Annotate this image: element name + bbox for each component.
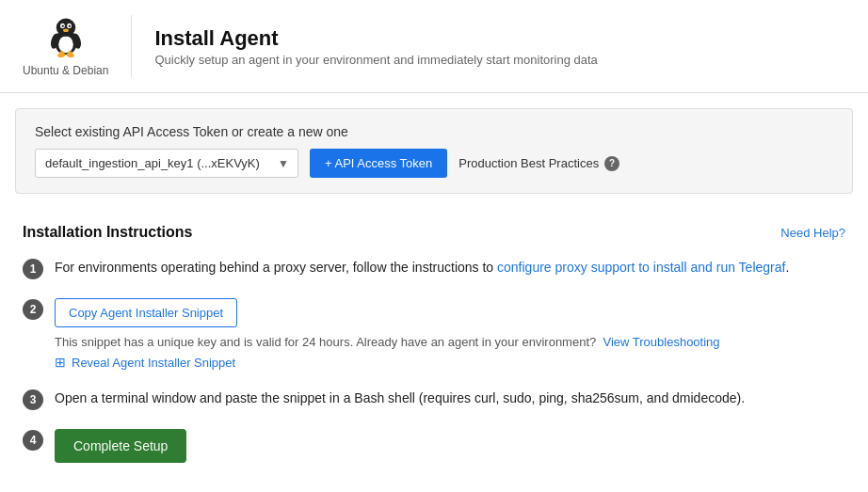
complete-setup-button[interactable]: Complete Setup bbox=[55, 429, 186, 463]
proxy-support-link[interactable]: configure proxy support to install and r… bbox=[497, 260, 785, 275]
instructions-section: Installation Instructions Need Help? 1 F… bbox=[0, 209, 868, 492]
token-label: Select existing API Access Token or crea… bbox=[35, 124, 833, 139]
tux-icon bbox=[43, 15, 88, 60]
step-1: 1 For environments operating behind a pr… bbox=[23, 258, 845, 279]
production-link-label: Production Best Practices bbox=[458, 156, 599, 170]
view-troubleshooting-link[interactable]: View Troubleshooting bbox=[603, 335, 719, 349]
step-3-text: Open a terminal window and paste the sni… bbox=[55, 389, 845, 408]
step-1-text: For environments operating behind a prox… bbox=[55, 258, 845, 278]
step-2-number: 2 bbox=[23, 299, 43, 320]
step-4-number: 4 bbox=[23, 430, 43, 451]
token-select-wrapper[interactable]: default_ingestion_api_key1 (...xEKVyK) ▼ bbox=[35, 149, 298, 178]
token-section: Select existing API Access Token or crea… bbox=[15, 108, 853, 194]
step-4-content: Complete Setup bbox=[55, 429, 845, 463]
snippet-info-text: This snippet has a unique key and is val… bbox=[55, 335, 596, 349]
svg-point-1 bbox=[58, 36, 73, 53]
step-2: 2 Copy Agent Installer Snippet This snip… bbox=[23, 298, 845, 370]
need-help-link[interactable]: Need Help? bbox=[780, 226, 845, 240]
platform-logo: Ubuntu & Debian bbox=[23, 15, 132, 77]
step-1-content: For environments operating behind a prox… bbox=[55, 258, 845, 278]
step-3: 3 Open a terminal window and paste the s… bbox=[23, 389, 845, 410]
step-1-number: 1 bbox=[23, 259, 43, 279]
production-best-practices-link[interactable]: Production Best Practices ? bbox=[458, 156, 619, 171]
instructions-title: Installation Instructions bbox=[23, 224, 192, 241]
step-4: 4 Complete Setup bbox=[23, 429, 845, 463]
step-1-text-before: For environments operating behind a prox… bbox=[55, 260, 497, 275]
svg-rect-10 bbox=[59, 51, 63, 56]
api-access-token-button[interactable]: + API Access Token bbox=[310, 149, 447, 178]
expand-icon: ⊞ bbox=[55, 355, 66, 370]
svg-point-7 bbox=[63, 28, 69, 32]
reveal-snippet-label: Reveal Agent Installer Snippet bbox=[72, 356, 235, 370]
token-controls: default_ingestion_api_key1 (...xEKVyK) ▼… bbox=[35, 149, 833, 178]
svg-point-2 bbox=[56, 19, 75, 37]
copy-snippet-button[interactable]: Copy Agent Installer Snippet bbox=[55, 298, 237, 327]
reveal-snippet-button[interactable]: ⊞ Reveal Agent Installer Snippet bbox=[55, 355, 845, 370]
page-header: Ubuntu & Debian Install Agent Quickly se… bbox=[0, 0, 868, 93]
page-title: Install Agent bbox=[154, 26, 597, 51]
step-3-content: Open a terminal window and paste the sni… bbox=[55, 389, 845, 408]
step-1-text-after: . bbox=[785, 260, 789, 275]
page-subtitle: Quickly setup an agent in your environme… bbox=[154, 53, 597, 67]
token-select[interactable]: default_ingestion_api_key1 (...xEKVyK) bbox=[35, 149, 298, 178]
step-3-number: 3 bbox=[23, 389, 43, 410]
svg-point-5 bbox=[61, 25, 63, 27]
step-2-content: Copy Agent Installer Snippet This snippe… bbox=[55, 298, 845, 370]
instructions-header: Installation Instructions Need Help? bbox=[23, 224, 845, 241]
help-icon: ? bbox=[604, 156, 619, 171]
page-title-section: Install Agent Quickly setup an agent in … bbox=[154, 26, 597, 67]
platform-label: Ubuntu & Debian bbox=[23, 64, 108, 77]
svg-rect-11 bbox=[68, 51, 72, 56]
snippet-info: This snippet has a unique key and is val… bbox=[55, 335, 845, 349]
svg-point-6 bbox=[68, 25, 70, 27]
